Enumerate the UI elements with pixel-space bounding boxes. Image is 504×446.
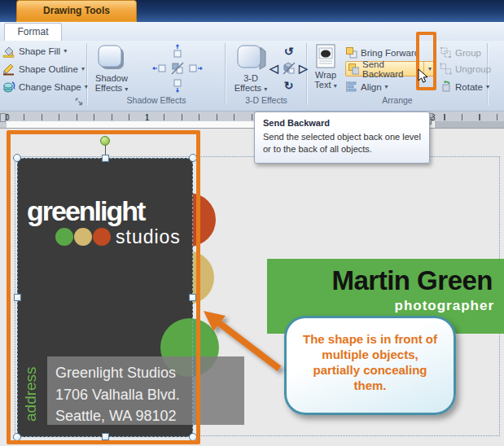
tooltip-title: Send Backward bbox=[263, 118, 421, 128]
ungroup-button: Ungroup bbox=[440, 61, 491, 77]
dropdown-caret: ▾ bbox=[64, 47, 67, 55]
rotate-button[interactable]: Rotate ▾ bbox=[440, 79, 489, 94]
bring-forward-icon bbox=[345, 46, 357, 59]
shadow-toggle-icon bbox=[170, 61, 185, 76]
person-name: Martin Green bbox=[267, 265, 493, 296]
dropdown-caret: ▾ bbox=[85, 83, 88, 90]
contextual-tab-header: Drawing Tools bbox=[16, 0, 137, 21]
change-shape-label: Change Shape bbox=[19, 82, 81, 92]
nudge-right-icon bbox=[188, 61, 203, 76]
threed-effects-icon bbox=[235, 44, 266, 72]
align-icon bbox=[345, 81, 357, 93]
send-backward-icon bbox=[348, 63, 359, 75]
tilt-up-icon: ↺ bbox=[284, 46, 294, 57]
callout-text: The shape is in front of multiple object… bbox=[298, 331, 443, 413]
threed-toggle-icon bbox=[282, 61, 296, 76]
shape-fill-button[interactable]: Shape Fill ▾ bbox=[2, 43, 67, 59]
group-label: Group bbox=[455, 48, 481, 58]
change-shape-button[interactable]: Change Shape ▾ bbox=[2, 79, 88, 94]
nudge-down-icon bbox=[170, 78, 185, 93]
dropdown-caret: ▾ bbox=[334, 82, 337, 90]
nudge-up-icon bbox=[170, 44, 185, 59]
left-indent-marker[interactable] bbox=[0, 113, 6, 122]
threed-effects-label: 3-D Effects bbox=[234, 73, 261, 93]
dropdown-caret: ▾ bbox=[81, 65, 85, 72]
dropdown-caret: ▾ bbox=[264, 85, 267, 93]
change-shape-icon bbox=[2, 81, 15, 94]
align-button[interactable]: Align ▾ bbox=[345, 79, 388, 94]
tilt-left-icon: ◁ bbox=[270, 63, 278, 74]
person-title: photographer bbox=[267, 298, 494, 314]
tilt-right-icon: ▷ bbox=[299, 63, 308, 74]
nudge-shadow-left-button[interactable] bbox=[151, 60, 167, 76]
dialog-launcher-icon bbox=[75, 98, 84, 107]
dialog-launcher[interactable] bbox=[75, 98, 84, 108]
pencil-icon bbox=[2, 63, 15, 76]
dropdown-caret: ▾ bbox=[385, 83, 388, 90]
ungroup-label: Ungroup bbox=[455, 64, 491, 74]
group-separator bbox=[225, 43, 226, 105]
shape-outline-label: Shape Outline bbox=[19, 64, 78, 74]
tooltip-body: Send the selected object back one level … bbox=[263, 131, 421, 155]
callout-bubble[interactable]: The shape is in front of multiple object… bbox=[284, 316, 456, 415]
application-window: Drawing Tools Format Shape Fill ▾ Shape … bbox=[0, 0, 504, 446]
nudge-shadow-right-button[interactable] bbox=[187, 60, 203, 76]
group-icon bbox=[440, 46, 452, 59]
group-separator bbox=[86, 43, 87, 105]
shape-outline-button[interactable]: Shape Outline ▾ bbox=[2, 61, 85, 77]
nudge-shadow-up-button[interactable] bbox=[169, 43, 185, 59]
arrange-group-label: Arrange bbox=[309, 95, 485, 107]
ruler-mark-1: 1 bbox=[145, 113, 150, 122]
shape-fill-label: Shape Fill bbox=[19, 46, 60, 56]
mouse-cursor bbox=[418, 68, 430, 84]
tab-format[interactable]: Format bbox=[4, 23, 62, 41]
shadow-effects-icon bbox=[96, 44, 127, 72]
shadow-effects-label: Shadow Effects bbox=[95, 73, 128, 93]
threed-on-off-button[interactable] bbox=[281, 60, 296, 76]
rotate-label: Rotate bbox=[455, 82, 483, 92]
threed-effects-group-label: 3-D Effects bbox=[226, 95, 306, 107]
wrap-text-button[interactable]: Wrap Text ▾ bbox=[309, 42, 343, 94]
shadow-effects-button[interactable]: Shadow Effects ▾ bbox=[90, 42, 134, 94]
ungroup-icon bbox=[440, 63, 452, 75]
ruler-margin-band bbox=[435, 121, 504, 128]
annotation-highlight-card bbox=[7, 130, 200, 444]
nudge-shadow-down-button[interactable] bbox=[169, 77, 185, 93]
document-canvas: greenlight studios address Greenlight St… bbox=[0, 129, 504, 446]
tooltip: Send Backward Send the selected object b… bbox=[254, 112, 430, 164]
tilt-down-icon: ↻ bbox=[284, 80, 294, 91]
tilt-up-button[interactable]: ↺ bbox=[281, 43, 296, 59]
rotate-icon bbox=[440, 81, 452, 93]
wrap-text-icon bbox=[316, 44, 335, 68]
paint-bucket-icon bbox=[2, 45, 15, 58]
dropdown-caret: ▾ bbox=[486, 83, 489, 90]
tilt-down-button[interactable]: ↻ bbox=[281, 77, 296, 93]
tilt-left-button[interactable]: ◁ bbox=[266, 60, 282, 76]
group-button: Group bbox=[440, 45, 481, 60]
send-backward-label: Send Backward bbox=[362, 59, 423, 79]
bring-forward-label: Bring Forward bbox=[361, 48, 419, 58]
align-label: Align bbox=[361, 82, 382, 92]
nudge-left-icon bbox=[152, 61, 167, 76]
dropdown-caret: ▾ bbox=[125, 85, 128, 93]
shadow-effects-group-label: Shadow Effects bbox=[98, 95, 215, 107]
shadow-on-off-button[interactable] bbox=[169, 60, 185, 76]
